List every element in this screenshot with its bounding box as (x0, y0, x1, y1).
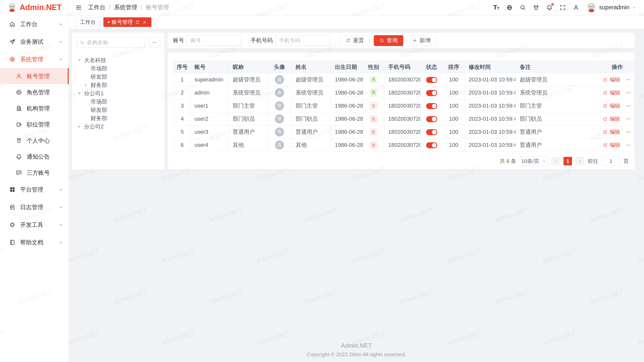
sidebar-subitem-personal-center[interactable]: 个人中心 (0, 132, 69, 149)
language-icon[interactable] (506, 4, 513, 11)
avatar: 系 (275, 88, 284, 97)
more-actions-button[interactable] (625, 142, 631, 148)
chevron-up-icon (58, 57, 63, 62)
status-toggle[interactable] (426, 116, 437, 122)
breadcrumb-item[interactable]: 账号管理 (146, 4, 169, 11)
cell-sort: 100 (443, 86, 465, 99)
sidebar-subitem-account-manage[interactable]: 账号管理 (0, 68, 69, 84)
brand-logo[interactable]: Admin.NET (0, 0, 69, 15)
gender-tag: 男 (370, 89, 377, 97)
account-filter-input[interactable] (187, 35, 242, 46)
prev-page-button[interactable] (551, 157, 560, 165)
sidebar-item-business-test[interactable]: 业务测试 (0, 33, 69, 51)
more-actions-button[interactable] (625, 103, 631, 109)
status-toggle[interactable] (426, 90, 437, 96)
more-actions-button[interactable] (625, 77, 631, 83)
tree-node[interactable]: 财务部 (76, 114, 160, 122)
caret-down-icon[interactable] (76, 58, 82, 63)
sidebar-item-label: 工作台 (20, 20, 58, 28)
page-size-select[interactable]: 10条/页 (520, 156, 548, 166)
status-toggle[interactable] (426, 129, 437, 135)
more-actions-button[interactable] (625, 116, 631, 122)
goto-page-input[interactable] (602, 156, 620, 166)
chevron-down-icon (58, 187, 63, 192)
cell-sort: 100 (443, 125, 465, 139)
org-search-input[interactable] (87, 39, 142, 46)
sidebar-subitem-third-party-account[interactable]: 三方账号 (0, 165, 69, 181)
sidebar-item-system-manage[interactable]: 系统管理 (0, 51, 69, 68)
close-tab-icon[interactable] (142, 20, 147, 25)
fullscreen-icon[interactable] (559, 4, 566, 11)
status-toggle[interactable] (426, 103, 437, 109)
user-menu[interactable]: superadmin (586, 2, 636, 13)
current-page-button[interactable]: 1 (564, 157, 572, 165)
query-button[interactable]: 查询 (374, 35, 403, 46)
refresh-tab-icon[interactable] (135, 20, 140, 25)
tree-node[interactable]: 研发部 (76, 106, 160, 114)
cell-phone: 18020030720 (384, 125, 421, 139)
notification-bell-icon[interactable] (546, 4, 553, 11)
search-icon[interactable] (519, 4, 526, 11)
phone-filter-input[interactable] (275, 35, 330, 46)
more-actions-button[interactable] (625, 90, 631, 96)
sidebar-item-platform-manage[interactable]: 平台管理 (0, 181, 69, 198)
tree-node[interactable]: 市场部 (76, 98, 160, 106)
theme-skin-icon[interactable] (533, 4, 539, 11)
cell-name: 部门职员 (292, 112, 331, 125)
tree-node[interactable]: 大名科技 (76, 56, 160, 64)
tree-node[interactable]: 分公司2 (76, 122, 160, 131)
sidebar-item-log-manage[interactable]: 日志管理 (0, 198, 69, 216)
sidebar-menu: 工作台 业务测试 系统管理 账号管理 角色管理 机构管理 (0, 15, 69, 251)
column-header: 性别 (363, 61, 384, 73)
cell-name: 系统管理员 (292, 86, 331, 99)
tree-node[interactable]: 财务部 (76, 81, 160, 89)
status-toggle[interactable] (426, 77, 437, 83)
sidebar-item-workbench[interactable]: 工作台 (0, 15, 69, 33)
more-actions-button[interactable] (625, 129, 631, 135)
sidebar-subitem-org-manage[interactable]: 机构管理 (0, 100, 69, 116)
org-more-button[interactable] (149, 37, 160, 48)
sidebar-subitem-notice-announcement[interactable]: 通知公告 (0, 149, 69, 165)
gender-tag: 女 (370, 128, 377, 136)
edit-icon (603, 77, 608, 82)
edit-button[interactable]: 编辑 (603, 115, 620, 122)
topbar-actions: TT superadmin (493, 2, 636, 13)
sidebar-subitem-role-manage[interactable]: 角色管理 (0, 84, 69, 100)
sidebar-subitem-label: 角色管理 (27, 88, 63, 96)
sidebar-item-help-docs[interactable]: 帮助文档 (0, 234, 69, 251)
menu-fold-icon[interactable] (75, 4, 82, 11)
breadcrumb-item[interactable]: 工作台 (88, 4, 105, 11)
chevron-down-icon (58, 39, 63, 44)
user-icon (16, 73, 22, 79)
footer-copyright: Copyright © 2022 Dilon All rights reserv… (69, 351, 644, 357)
caret-right-icon[interactable] (76, 124, 82, 129)
edit-button[interactable]: 编辑 (603, 128, 620, 135)
edit-button[interactable]: 编辑 (603, 76, 620, 83)
tree-node[interactable]: 研发部 (76, 73, 160, 81)
next-page-button[interactable] (576, 157, 584, 165)
sidebar-item-dev-tools[interactable]: 开发工具 (0, 216, 69, 234)
mug-icon (16, 121, 22, 128)
caret-down-icon[interactable] (76, 91, 82, 96)
edit-button[interactable]: 编辑 (603, 89, 620, 96)
cell-nickname: 部门主管 (229, 99, 267, 112)
add-button[interactable]: 新增 (407, 35, 436, 46)
home-icon (9, 21, 16, 27)
tab-workbench[interactable]: 工作台 (75, 17, 100, 27)
profile-icon[interactable] (573, 4, 579, 11)
status-toggle[interactable] (426, 142, 437, 148)
chevron-down-icon (58, 22, 63, 27)
tab-account-manage[interactable]: 账号管理 (103, 17, 151, 27)
font-size-icon[interactable]: TT (493, 4, 499, 11)
sidebar-subitem-position-manage[interactable]: 职位管理 (0, 116, 69, 132)
breadcrumb-item[interactable]: 系统管理 (114, 4, 137, 11)
reset-button[interactable]: 重置 (340, 35, 370, 46)
grid-icon (9, 186, 16, 193)
caret-right-icon[interactable] (83, 82, 89, 88)
table-row: 3 user1 部门主管 部 部门主管 1986-06-28 女 1802003… (174, 99, 634, 112)
edit-button[interactable]: 编辑 (603, 142, 620, 149)
tree-node[interactable]: 分公司1 (76, 89, 160, 98)
edit-button[interactable]: 编辑 (603, 102, 620, 109)
cell-gender: 男 (363, 73, 384, 86)
tree-node[interactable]: 市场部 (76, 64, 160, 73)
